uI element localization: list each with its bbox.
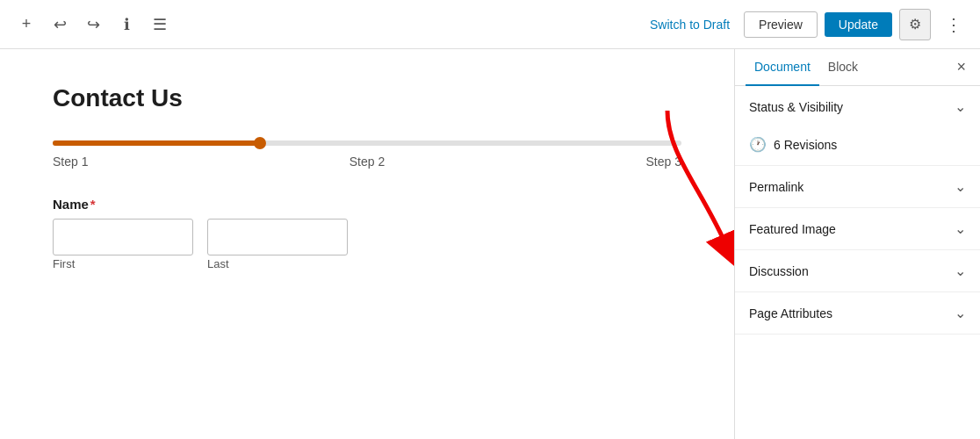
chevron-down-icon: ⌄ [955,98,966,115]
first-sublabel: First [53,257,193,270]
add-button[interactable]: + [11,9,42,40]
menu-icon: ☰ [153,15,167,34]
step-2-label: Step 2 [263,155,472,169]
chevron-down-icon-featured-image: ⌄ [955,220,966,237]
redo-icon: ↪ [87,15,100,34]
update-button[interactable]: Update [825,12,892,37]
section-permalink-title: Permalink [749,180,803,194]
field-label-name: Name* [53,197,681,212]
menu-button[interactable]: ☰ [144,9,176,40]
section-discussion-title: Discussion [749,264,809,278]
main-layout: Contact Us Step 1 Step 2 Step 3 Name* Fi… [0,49,980,439]
progress-bar-track [53,140,681,146]
section-page-attributes-header[interactable]: Page Attributes ⌄ [735,292,980,334]
section-discussion-header[interactable]: Discussion ⌄ [735,250,980,291]
info-icon: ℹ [124,15,130,34]
form-section: Name* First Last [53,197,681,270]
redo-button[interactable]: ↪ [77,9,109,40]
section-status-visibility: Status & Visibility ⌄ 🕐 6 Revisions [735,86,980,166]
more-options-button[interactable]: ⋮ [938,9,969,40]
toolbar-left: + ↩ ↪ ℹ ☰ [11,9,176,40]
section-status-visibility-title: Status & Visibility [749,100,843,114]
tab-block[interactable]: Block [819,49,867,86]
add-icon: + [22,15,32,33]
progress-dot [254,137,266,149]
first-name-input[interactable] [53,219,193,255]
progress-bar-fill [53,140,260,146]
sidebar-tabs: Document Block × [735,49,980,86]
info-button[interactable]: ℹ [111,9,142,40]
page-title: Contact Us [53,84,681,112]
last-sublabel: Last [207,257,348,270]
editor-area: Contact Us Step 1 Step 2 Step 3 Name* Fi… [0,49,734,439]
more-icon: ⋮ [945,14,962,35]
section-featured-image-title: Featured Image [749,222,836,236]
input-group-last: Last [207,219,348,270]
sidebar-close-button[interactable]: × [953,54,969,80]
chevron-down-icon-permalink: ⌄ [955,178,966,195]
section-permalink: Permalink ⌄ [735,166,980,208]
section-permalink-header[interactable]: Permalink ⌄ [735,166,980,207]
step-3-label: Step 3 [472,155,681,169]
section-status-visibility-header[interactable]: Status & Visibility ⌄ [735,86,980,127]
gear-icon: ⚙ [909,16,921,32]
undo-icon: ↩ [54,15,67,34]
chevron-down-icon-page-attributes: ⌄ [955,305,966,321]
revisions-icon: 🕐 [749,136,767,153]
progress-container [53,140,681,146]
undo-button[interactable]: ↩ [44,9,76,40]
chevron-down-icon-discussion: ⌄ [955,263,966,279]
required-star: * [90,197,96,212]
settings-button[interactable]: ⚙ [899,9,931,40]
toolbar-right: Switch to Draft Preview Update ⚙ ⋮ [643,9,969,40]
revisions-text: 6 Revisions [774,138,837,152]
step-1-label: Step 1 [53,155,263,169]
last-name-input[interactable] [207,219,348,255]
input-row: First Last [53,219,681,270]
preview-button[interactable]: Preview [744,11,818,38]
section-page-attributes-title: Page Attributes [749,306,832,320]
revisions-row[interactable]: 🕐 6 Revisions [735,127,980,165]
toolbar: + ↩ ↪ ℹ ☰ Switch to Draft Preview Update… [0,0,980,49]
section-featured-image-header[interactable]: Featured Image ⌄ [735,208,980,249]
tab-document[interactable]: Document [746,49,819,86]
sidebar: Document Block × Status & Visibility ⌄ 🕐… [734,49,980,439]
steps-row: Step 1 Step 2 Step 3 [53,155,681,169]
input-group-first: First [53,219,193,270]
section-discussion: Discussion ⌄ [735,250,980,292]
switch-to-draft-button[interactable]: Switch to Draft [643,12,737,37]
section-page-attributes: Page Attributes ⌄ [735,292,980,335]
section-featured-image: Featured Image ⌄ [735,208,980,250]
